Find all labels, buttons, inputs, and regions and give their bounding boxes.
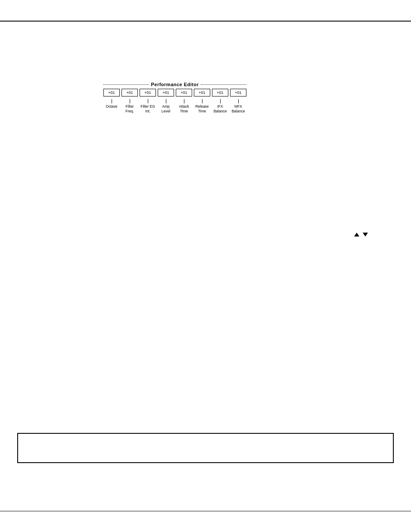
perf-editor-title: Performance Editor: [151, 82, 199, 87]
perf-editor-labels-row: Octave Filter Freq. Filter EG Int. Amp L…: [103, 104, 246, 114]
label-attack-time: Attack Time: [176, 104, 192, 114]
tick-octave: [103, 99, 120, 103]
button-amp-level[interactable]: +01: [158, 89, 174, 96]
performance-editor-diagram: Performance Editor +01 +01 +01 +01 +01 +…: [103, 82, 246, 114]
perf-editor-dots-left: [103, 84, 149, 85]
label-octave: Octave: [103, 104, 120, 114]
button-ifx-balance[interactable]: +01: [212, 89, 228, 96]
button-filter-eg-int[interactable]: +01: [140, 89, 156, 96]
tick-attack-time: [176, 99, 192, 103]
perf-editor-tick-row: [103, 99, 246, 103]
tick-amp-level: [158, 99, 174, 103]
button-mfx-balance[interactable]: +01: [230, 89, 246, 96]
arrow-up-icon[interactable]: [354, 233, 359, 236]
label-filter-freq: Filter Freq.: [121, 104, 138, 114]
tick-release-time: [194, 99, 210, 103]
button-filter-freq[interactable]: +01: [121, 89, 138, 96]
tick-ifx-balance: [212, 99, 228, 103]
tick-mfx-balance: [230, 99, 246, 103]
perf-editor-dots-right: [201, 84, 246, 85]
tick-filter-freq: [121, 99, 138, 103]
label-filter-eg-int: Filter EG Int.: [140, 104, 156, 114]
label-ifx-balance: IFX Balance: [212, 104, 228, 114]
tick-filter-eg-int: [140, 99, 156, 103]
notice-box: [17, 433, 394, 463]
perf-editor-title-row: Performance Editor: [103, 82, 246, 87]
bottom-rule: [0, 511, 411, 511]
arrow-down-icon[interactable]: [363, 233, 368, 236]
arrow-navigation: [354, 233, 368, 236]
label-amp-level: Amp Level: [158, 104, 174, 114]
label-release-time: Release Time: [194, 104, 210, 114]
page-content: Performance Editor +01 +01 +01 +01 +01 +…: [17, 26, 394, 506]
label-mfx-balance: MFX Balance: [230, 104, 246, 114]
button-release-time[interactable]: +01: [194, 89, 210, 96]
perf-editor-buttons-row: +01 +01 +01 +01 +01 +01 +01 +01: [103, 89, 246, 96]
button-attack-time[interactable]: +01: [176, 89, 192, 96]
button-octave[interactable]: +01: [103, 89, 120, 96]
top-rule: [0, 21, 411, 22]
